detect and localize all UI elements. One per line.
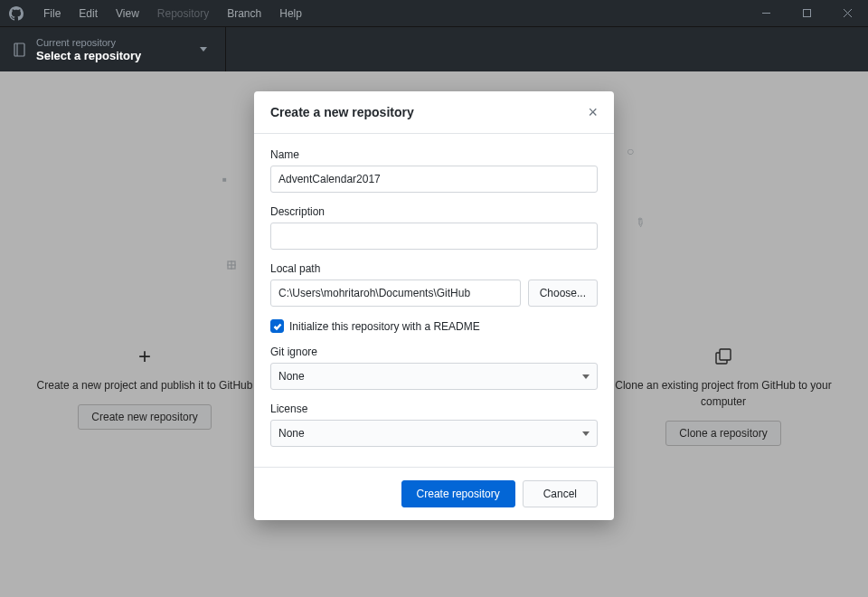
svg-rect-1 — [804, 10, 811, 17]
close-button[interactable] — [827, 0, 868, 26]
svg-rect-4 — [14, 43, 24, 56]
check-icon — [273, 322, 282, 331]
menu-branch[interactable]: Branch — [218, 7, 270, 20]
modal-overlay: Create a new repository × Name Descripti… — [0, 71, 868, 597]
menu-file[interactable]: File — [34, 7, 70, 20]
chevron-down-icon — [582, 374, 590, 379]
maximize-button[interactable] — [787, 0, 827, 26]
github-icon — [9, 6, 24, 21]
create-repository-dialog: Create a new repository × Name Descripti… — [254, 91, 614, 520]
license-label: License — [270, 403, 598, 415]
menu-help[interactable]: Help — [270, 7, 311, 20]
choose-path-button[interactable]: Choose... — [528, 280, 598, 307]
toolbar: Current repository Select a repository — [0, 26, 868, 71]
menu-view[interactable]: View — [107, 7, 148, 20]
local-path-label: Local path — [270, 262, 598, 275]
minimize-button[interactable] — [746, 0, 787, 26]
local-path-input[interactable] — [270, 280, 521, 307]
close-icon[interactable]: × — [588, 104, 598, 120]
chevron-down-icon — [582, 431, 590, 436]
name-input[interactable] — [270, 166, 598, 193]
repo-selector-label: Current repository — [36, 37, 141, 48]
license-select[interactable]: None — [270, 420, 598, 447]
name-label: Name — [270, 148, 598, 161]
gitignore-select[interactable]: None — [270, 363, 598, 390]
repo-icon — [13, 43, 27, 57]
init-readme-checkbox[interactable] — [270, 319, 284, 333]
main-area: ■ ○ ✎ + Create a new project and publish… — [0, 71, 868, 597]
repo-selector-value: Select a repository — [36, 49, 141, 62]
gitignore-value: None — [278, 370, 305, 383]
description-label: Description — [270, 205, 598, 218]
cancel-button[interactable]: Cancel — [523, 480, 598, 507]
chevron-down-icon — [200, 47, 207, 52]
repository-selector[interactable]: Current repository Select a repository — [0, 27, 226, 71]
create-repository-submit-button[interactable]: Create repository — [401, 480, 515, 507]
gitignore-label: Git ignore — [270, 346, 598, 358]
init-readme-label: Initialize this repository with a README — [289, 320, 480, 333]
license-value: None — [278, 427, 305, 440]
window-controls — [746, 0, 868, 26]
menu-edit[interactable]: Edit — [70, 7, 107, 20]
description-input[interactable] — [270, 223, 598, 250]
titlebar: File Edit View Repository Branch Help — [0, 0, 868, 26]
menu-repository: Repository — [148, 7, 218, 20]
dialog-title: Create a new repository — [270, 105, 414, 119]
